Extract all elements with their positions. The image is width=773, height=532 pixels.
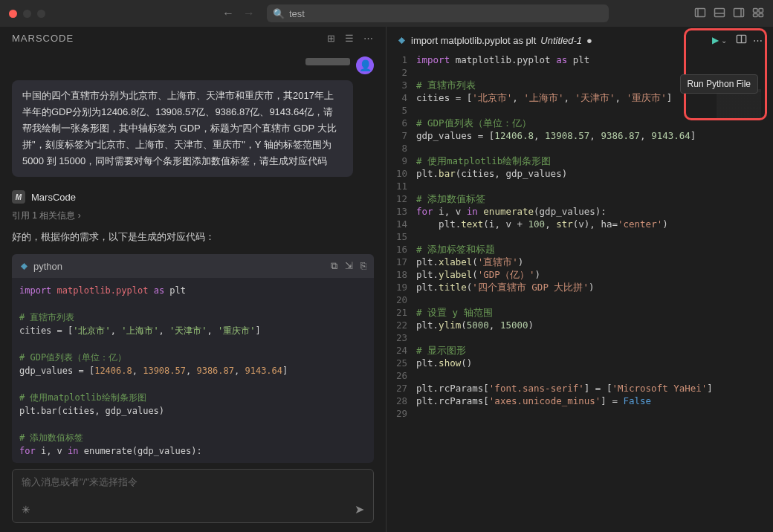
new-file-icon[interactable]: ⎘ (360, 260, 366, 272)
more-icon[interactable]: ⋯ (363, 33, 374, 44)
tab-filename: Untitled-1 (540, 35, 582, 46)
send-icon[interactable]: ➤ (355, 502, 364, 516)
line-gutter: 1234567891011121314151617181920212223242… (386, 53, 416, 420)
svg-rect-7 (759, 8, 763, 12)
chat-input-placeholder: 输入消息或者"/"来选择指令 (22, 476, 364, 489)
assistant-header: M MarsCode (0, 186, 386, 208)
layout-customize-icon[interactable] (752, 7, 764, 21)
code-lang-label: python (33, 261, 62, 272)
chevron-down-icon: ⌄ (721, 36, 727, 45)
marscode-logo-icon: M (12, 190, 25, 204)
window-close-dot[interactable] (9, 10, 17, 18)
titlebar: ← → 🔍 test (0, 0, 773, 27)
user-message-bubble: 中国的四个直辖市分别为北京市、上海市、天津市和重庆市，其2017年上半年的GDP… (12, 80, 353, 177)
python-icon: ⯁ (19, 261, 29, 272)
copy-code-icon[interactable]: ⧉ (331, 260, 337, 272)
nav-forward-icon[interactable]: → (243, 7, 255, 20)
settings-slider-icon[interactable]: ☰ (345, 33, 355, 44)
new-chat-icon[interactable]: ⊞ (327, 33, 336, 44)
chat-code-block: ⯁ python ⧉ ⇲ ⎘ import matplotlib.pyplot … (12, 254, 374, 463)
svg-rect-0 (696, 8, 705, 16)
editor-tabbar: ⯁ import matplotlib.pyplot as plt Untitl… (386, 27, 773, 53)
window-max-dot[interactable] (37, 10, 45, 18)
svg-rect-4 (734, 8, 744, 16)
panel-title: MARSCODE (12, 33, 74, 44)
nav-arrows: ← → (222, 7, 255, 20)
assistant-name: MarsCode (31, 192, 76, 203)
chat-input[interactable]: 输入消息或者"/"来选择指令 ✳ ➤ (12, 469, 374, 523)
editor-more-icon[interactable]: ⋯ (753, 35, 763, 46)
search-icon: 🔍 (273, 8, 285, 19)
unsaved-dot-icon: ● (586, 35, 592, 46)
svg-rect-9 (759, 13, 763, 16)
run-python-tooltip: Run Python File (680, 74, 758, 94)
assistant-intro-text: 好的，根据你的需求，以下是生成的对应代码： (0, 227, 386, 251)
chat-code-content: import matplotlib.pyplot as plt # 直辖市列表 … (12, 278, 374, 463)
svg-rect-2 (715, 8, 725, 16)
svg-rect-8 (754, 13, 758, 16)
avatar: 👤 (356, 56, 374, 74)
play-icon: ▶ (712, 35, 719, 45)
command-center-search[interactable]: 🔍 test (267, 4, 609, 22)
editor-pane: ⯁ import matplotlib.pyplot as plt Untitl… (386, 27, 773, 532)
loading-spinner-icon: ✳ (22, 504, 30, 516)
editor-tab[interactable]: ⯁ import matplotlib.pyplot as plt Untitl… (397, 35, 592, 46)
code-block-header: ⯁ python ⧉ ⇲ ⎘ (12, 254, 374, 278)
nav-back-icon[interactable]: ← (222, 7, 234, 20)
panel-header: MARSCODE ⊞ ☰ ⋯ (0, 27, 386, 51)
user-name-placeholder (305, 58, 350, 65)
reference-link[interactable]: 引用 1 相关信息 › (0, 208, 386, 227)
window-min-dot[interactable] (23, 10, 31, 18)
python-file-icon: ⯁ (397, 35, 407, 46)
insert-code-icon[interactable]: ⇲ (345, 260, 353, 272)
user-message-text: 中国的四个直辖市分别为北京市、上海市、天津市和重庆市，其2017年上半年的GDP… (22, 90, 337, 166)
layout-primary-sidebar-icon[interactable] (694, 7, 706, 21)
editor-minimap[interactable] (717, 89, 761, 119)
user-message-header: 👤 (0, 51, 386, 77)
search-value: test (289, 8, 305, 19)
code-editor[interactable]: 1234567891011121314151617181920212223242… (386, 53, 773, 420)
layout-controls (694, 0, 764, 27)
marscode-chat-panel: MARSCODE ⊞ ☰ ⋯ 👤 中国的四个直辖市分别为北京市、上海市、天津市和… (0, 27, 386, 532)
svg-rect-6 (754, 8, 758, 12)
layout-panel-icon[interactable] (714, 7, 725, 21)
run-python-button[interactable]: ▶ ⌄ (709, 33, 730, 48)
split-editor-icon[interactable] (736, 33, 747, 47)
tab-title: import matplotlib.pyplot as plt (411, 35, 536, 46)
layout-secondary-sidebar-icon[interactable] (733, 7, 745, 21)
